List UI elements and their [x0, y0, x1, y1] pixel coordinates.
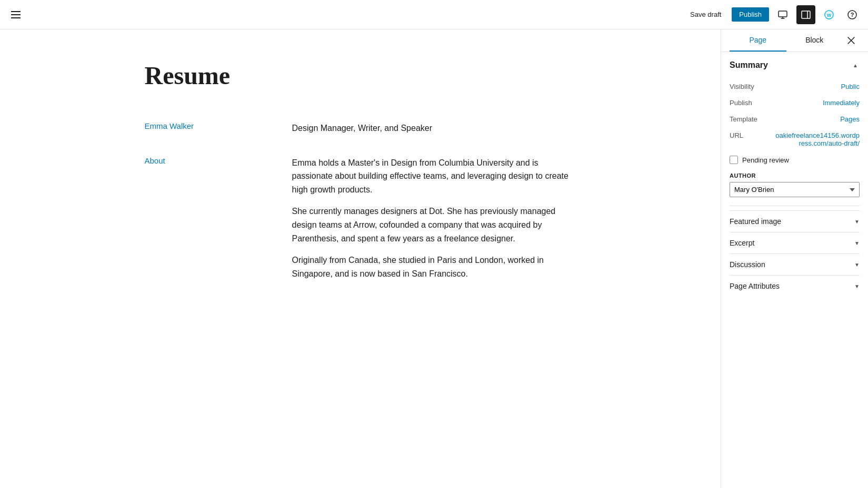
menu-button[interactable]	[6, 5, 25, 24]
help-button[interactable]: ?	[843, 5, 862, 24]
svg-text:W: W	[827, 13, 832, 18]
tab-block[interactable]: Block	[786, 29, 843, 52]
featured-image-chevron-icon: ▼	[854, 219, 860, 225]
about-label: About	[145, 156, 292, 281]
excerpt-section[interactable]: Excerpt ▼	[730, 232, 860, 253]
url-row: URL oakiefreelance14156.wordpress.com/au…	[730, 127, 860, 151]
publish-value[interactable]: Immediately	[823, 99, 860, 107]
template-row: Template Pages	[730, 111, 860, 127]
about-content: Emma holds a Master's in Design from Col…	[292, 156, 576, 281]
monitor-icon	[777, 9, 788, 20]
close-icon	[847, 36, 855, 45]
sidebar-icon	[801, 9, 811, 20]
page-attributes-section[interactable]: Page Attributes ▼	[730, 275, 860, 297]
publish-row: Publish Immediately	[730, 95, 860, 111]
about-row: About Emma holds a Master's in Design fr…	[145, 156, 576, 281]
sidebar-divider	[730, 206, 860, 206]
author-label: AUTHOR	[730, 172, 860, 179]
save-draft-button[interactable]: Save draft	[684, 7, 727, 22]
page-title[interactable]: Resume	[145, 61, 576, 90]
sidebar-body: Summary ▲ Visibility Public Publish Imme…	[721, 52, 868, 488]
excerpt-chevron-icon: ▼	[854, 240, 860, 246]
svg-rect-0	[779, 11, 787, 17]
discussion-chevron-icon: ▼	[854, 262, 860, 268]
pending-review-row: Pending review	[730, 151, 860, 168]
toolbar-right: Save draft Publish W ?	[436, 5, 862, 24]
page-attributes-chevron-icon: ▼	[854, 283, 860, 289]
featured-image-section[interactable]: Featured image ▼	[730, 210, 860, 232]
wordpress-button[interactable]: W	[820, 5, 839, 24]
visibility-row: Visibility Public	[730, 78, 860, 95]
pending-review-label: Pending review	[742, 156, 789, 164]
sidebar: Page Block Summary ▲ Visibility	[721, 29, 868, 488]
name-label: Emma Walker	[145, 121, 292, 135]
publish-button[interactable]: Publish	[732, 7, 769, 22]
author-section: AUTHOR Mary O'Brien	[730, 172, 860, 197]
preview-button[interactable]	[773, 5, 792, 24]
svg-text:?: ?	[851, 12, 854, 18]
name-row: Emma Walker Design Manager, Writer, and …	[145, 121, 576, 135]
toolbar-left	[6, 5, 432, 24]
summary-title: Summary ▲	[730, 60, 860, 70]
toolbar: Save draft Publish W ?	[0, 0, 868, 29]
editor-area[interactable]: Resume Emma Walker Design Manager, Write…	[0, 29, 721, 488]
tab-page[interactable]: Page	[730, 29, 786, 52]
template-value[interactable]: Pages	[840, 115, 860, 123]
sidebar-toggle-button[interactable]	[796, 5, 815, 24]
url-value[interactable]: oakiefreelance14156.wordpress.com/auto-d…	[775, 131, 860, 147]
svg-rect-1	[802, 11, 810, 18]
wordpress-icon: W	[824, 9, 834, 20]
editor-content: Resume Emma Walker Design Manager, Write…	[124, 61, 597, 456]
pending-review-checkbox[interactable]	[730, 156, 738, 164]
sidebar-close-button[interactable]	[843, 32, 860, 49]
name-value: Design Manager, Writer, and Speaker	[292, 121, 576, 135]
summary-chevron-icon: ▲	[851, 61, 860, 69]
visibility-value[interactable]: Public	[841, 83, 860, 90]
sidebar-tabs: Page Block	[721, 29, 868, 52]
main-area: Resume Emma Walker Design Manager, Write…	[0, 29, 868, 488]
author-select[interactable]: Mary O'Brien	[730, 182, 860, 197]
discussion-section[interactable]: Discussion ▼	[730, 253, 860, 275]
help-icon: ?	[847, 9, 857, 20]
summary-section: Summary ▲ Visibility Public Publish Imme…	[730, 60, 860, 197]
